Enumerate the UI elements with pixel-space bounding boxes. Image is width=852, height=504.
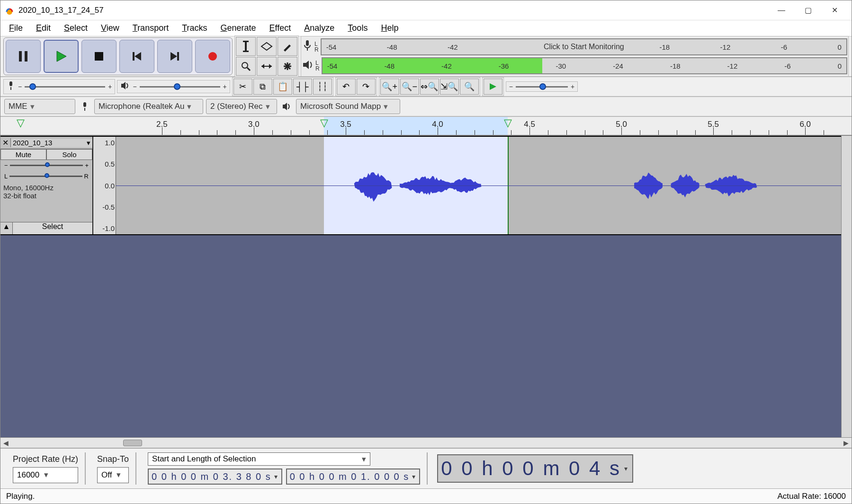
svg-marker-25 xyxy=(303,61,309,69)
output-device-select[interactable]: Microsoft Sound Mapp▾ xyxy=(296,99,400,114)
horizontal-scrollbar[interactable]: ◀ ▶ xyxy=(0,437,852,448)
track-vertical-ruler: 1.00.50.0-0.5-1.0 xyxy=(93,137,116,234)
mic-gain-slider[interactable] xyxy=(25,83,105,90)
envelope-tool[interactable] xyxy=(257,37,277,56)
copy-button[interactable]: ⧉ xyxy=(253,79,272,95)
actual-rate-label: Actual Rate: 16000 xyxy=(777,492,846,501)
svg-marker-13 xyxy=(261,43,272,50)
skip-start-button[interactable] xyxy=(119,40,154,73)
multi-tool[interactable] xyxy=(278,57,297,76)
svg-rect-11 xyxy=(243,41,249,42)
svg-rect-30 xyxy=(83,102,86,107)
playback-meter[interactable]: -54-48-42-36-30-24-18-12-60 xyxy=(322,57,847,74)
maximize-button[interactable]: ▢ xyxy=(795,1,821,19)
svg-rect-2 xyxy=(25,51,27,62)
svg-rect-10 xyxy=(245,42,247,51)
selection-length-field[interactable]: 0 0 h 0 0 m 0 1. 0 0 0 s▾ xyxy=(286,469,421,485)
project-rate-label: Project Rate (Hz) xyxy=(13,454,78,464)
svg-marker-32 xyxy=(283,103,287,110)
record-button[interactable] xyxy=(195,40,230,73)
timeline-ruler[interactable]: ▽▽▽2.53.03.54.04.55.05.56.0 xyxy=(0,117,852,136)
solo-button[interactable]: Solo xyxy=(46,149,92,160)
track-pan-slider[interactable] xyxy=(9,176,82,177)
draw-tool[interactable] xyxy=(278,37,297,56)
menu-help[interactable]: Help xyxy=(374,20,405,36)
undo-button[interactable]: ↶ xyxy=(337,79,356,95)
zoom-fit-proj-button[interactable]: ⇲🔍 xyxy=(440,79,459,95)
mic-icon xyxy=(302,39,313,54)
svg-marker-7 xyxy=(170,52,177,61)
cut-button[interactable]: ✂ xyxy=(233,79,252,95)
recording-meter[interactable]: -54-48-42-18-12-60 Click to Start Monito… xyxy=(321,38,847,55)
close-button[interactable]: ✕ xyxy=(821,1,848,19)
zoom-tool[interactable] xyxy=(236,57,256,76)
speaker-icon xyxy=(302,60,314,72)
play-at-speed-button[interactable] xyxy=(484,79,502,95)
output-device-icon xyxy=(280,102,293,111)
audio-position-display[interactable]: 0 0 h 0 0 m 0 4 s▾ xyxy=(437,454,633,483)
stop-button[interactable] xyxy=(81,40,117,73)
zoom-in-button[interactable]: 🔍+ xyxy=(380,79,399,95)
svg-rect-8 xyxy=(177,52,179,61)
silence-button[interactable]: ┆┆ xyxy=(313,79,332,95)
menu-effect[interactable]: Effect xyxy=(263,20,298,36)
waveform-canvas[interactable] xyxy=(116,137,841,234)
menu-file[interactable]: File xyxy=(2,20,29,36)
redo-button[interactable]: ↷ xyxy=(357,79,376,95)
selection-start-field[interactable]: 0 0 h 0 0 m 0 3. 3 8 0 s▾ xyxy=(148,469,282,485)
track-collapse-button[interactable]: ▲ xyxy=(0,222,13,234)
zoom-out-button[interactable]: 🔍− xyxy=(400,79,419,95)
menu-tools[interactable]: Tools xyxy=(341,20,374,36)
paste-button[interactable]: 📋 xyxy=(273,79,292,95)
output-vol-slider[interactable] xyxy=(140,83,220,90)
output-vol-icon xyxy=(120,81,130,92)
play-speed-slider[interactable] xyxy=(516,83,568,90)
input-device-select[interactable]: Microphone (Realtek Au▾ xyxy=(94,99,203,114)
track-select-button[interactable]: Select xyxy=(13,222,92,234)
vertical-scrollbar[interactable] xyxy=(841,136,852,437)
svg-marker-28 xyxy=(121,82,126,89)
svg-marker-3 xyxy=(57,51,66,62)
track-control-panel: ✕ 2020_10_13▾ Mute Solo −+ LR Mono, 1600… xyxy=(0,137,93,234)
project-rate-select[interactable]: 16000▾ xyxy=(13,467,78,483)
track-menu-button[interactable]: 2020_10_13▾ xyxy=(11,139,92,147)
svg-point-9 xyxy=(208,52,217,61)
audio-host-select[interactable]: MME▾ xyxy=(4,99,75,114)
selection-tool[interactable] xyxy=(236,37,256,56)
track-close-button[interactable]: ✕ xyxy=(0,138,11,147)
rec-lr-label: LR xyxy=(314,41,319,53)
mic-gain-icon xyxy=(7,80,15,93)
svg-marker-29 xyxy=(490,83,496,90)
timeshift-tool[interactable] xyxy=(257,57,277,76)
menu-analyze[interactable]: Analyze xyxy=(297,20,341,36)
tools-palette xyxy=(234,35,299,77)
mute-button[interactable]: Mute xyxy=(0,149,46,160)
svg-point-14 xyxy=(242,62,248,68)
menu-transport[interactable]: Transport xyxy=(126,20,175,36)
menu-edit[interactable]: Edit xyxy=(29,20,57,36)
selection-mode-select[interactable]: Start and Length of Selection▾ xyxy=(148,452,370,466)
play-lr-label: LR xyxy=(315,60,320,71)
snapto-select[interactable]: Off▾ xyxy=(97,467,129,483)
svg-marker-17 xyxy=(261,64,264,69)
zoom-fit-sel-button[interactable]: ⇔🔍 xyxy=(420,79,439,95)
trim-button[interactable]: ┤├ xyxy=(293,79,312,95)
snapto-label: Snap-To xyxy=(97,454,129,464)
svg-rect-23 xyxy=(306,40,309,46)
app-icon xyxy=(4,5,15,16)
zoom-toggle-button[interactable]: 🔍 xyxy=(460,79,479,95)
track-gain-slider[interactable] xyxy=(10,165,83,166)
window-title: 2020_10_13_17_24_57 xyxy=(18,6,104,15)
menu-select[interactable]: Select xyxy=(57,20,94,36)
svg-marker-18 xyxy=(269,64,272,69)
menu-generate[interactable]: Generate xyxy=(214,20,263,36)
svg-rect-1 xyxy=(19,51,22,62)
svg-rect-12 xyxy=(243,51,249,52)
channels-select[interactable]: 2 (Stereo) Rec▾ xyxy=(206,99,277,114)
pause-button[interactable] xyxy=(6,40,41,73)
minimize-button[interactable]: ― xyxy=(768,1,795,19)
menu-view[interactable]: View xyxy=(94,20,126,36)
play-button[interactable] xyxy=(44,40,79,73)
skip-end-button[interactable] xyxy=(157,40,192,73)
menu-tracks[interactable]: Tracks xyxy=(175,20,214,36)
